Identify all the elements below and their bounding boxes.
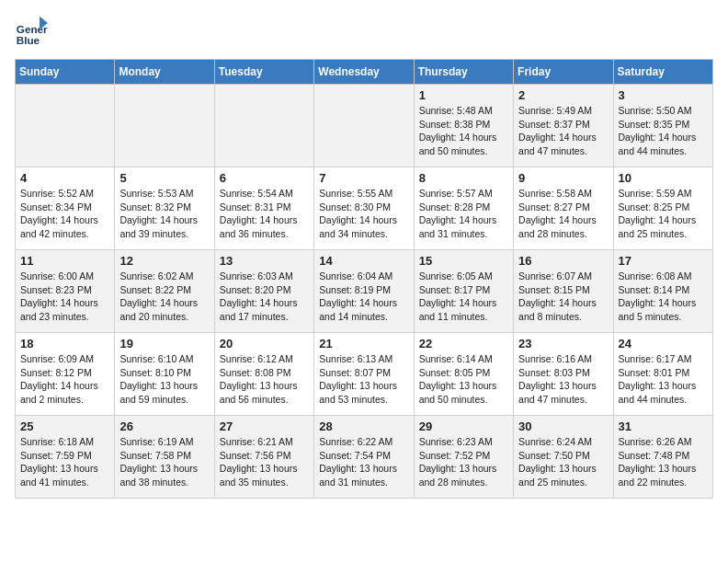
week-row-0: 1Sunrise: 5:48 AMSunset: 8:38 PMDaylight… [16,85,713,167]
cell-info: Sunrise: 6:18 AMSunset: 7:59 PMDaylight:… [20,435,109,489]
calendar-cell: 7Sunrise: 5:55 AMSunset: 8:30 PMDaylight… [314,167,414,250]
day-number: 19 [119,337,209,350]
cell-info: Sunrise: 6:04 AMSunset: 8:19 PMDaylight:… [319,270,408,324]
day-number: 4 [20,171,109,185]
day-header-monday: Monday [115,60,214,85]
calendar-cell: 1Sunrise: 5:48 AMSunset: 8:38 PMDaylight… [414,85,513,167]
cell-info: Sunrise: 6:02 AMSunset: 8:22 PMDaylight:… [119,270,209,324]
week-row-3: 18Sunrise: 6:09 AMSunset: 8:12 PMDayligh… [16,333,713,416]
day-number: 6 [220,171,309,185]
cell-info: Sunrise: 6:10 AMSunset: 8:10 PMDaylight:… [119,352,209,407]
cell-info: Sunrise: 5:57 AMSunset: 8:28 PMDaylight:… [419,187,508,241]
calendar-cell: 5Sunrise: 5:53 AMSunset: 8:32 PMDaylight… [115,167,214,250]
day-number: 18 [20,337,109,350]
calendar-cell [314,85,414,167]
calendar-cell: 31Sunrise: 6:26 AMSunset: 7:48 PMDayligh… [613,416,712,499]
day-header-friday: Friday [514,60,613,85]
cell-info: Sunrise: 5:50 AMSunset: 8:35 PMDaylight:… [619,104,708,158]
calendar-cell: 27Sunrise: 6:21 AMSunset: 7:56 PMDayligh… [214,416,313,499]
week-row-1: 4Sunrise: 5:52 AMSunset: 8:34 PMDaylight… [16,167,713,250]
logo-icon: General Blue [15,15,48,48]
cell-info: Sunrise: 6:19 AMSunset: 7:58 PMDaylight:… [119,435,209,489]
cell-info: Sunrise: 6:23 AMSunset: 7:52 PMDaylight:… [419,435,508,489]
day-number: 22 [419,337,508,350]
cell-info: Sunrise: 6:07 AMSunset: 8:15 PMDaylight:… [518,270,608,324]
cell-info: Sunrise: 6:26 AMSunset: 7:48 PMDaylight:… [619,435,708,489]
calendar-cell: 23Sunrise: 6:16 AMSunset: 8:03 PMDayligh… [514,333,613,416]
week-row-2: 11Sunrise: 6:00 AMSunset: 8:23 PMDayligh… [16,250,713,333]
calendar-cell: 6Sunrise: 5:54 AMSunset: 8:31 PMDaylight… [214,167,313,250]
day-number: 13 [220,254,309,268]
svg-text:Blue: Blue [17,34,40,46]
day-number: 16 [518,254,608,268]
cell-info: Sunrise: 5:54 AMSunset: 8:31 PMDaylight:… [220,187,309,241]
calendar-cell: 17Sunrise: 6:08 AMSunset: 8:14 PMDayligh… [613,250,712,333]
day-number: 23 [518,337,608,350]
cell-info: Sunrise: 5:55 AMSunset: 8:30 PMDaylight:… [319,187,408,241]
calendar-cell: 12Sunrise: 6:02 AMSunset: 8:22 PMDayligh… [115,250,214,333]
day-number: 26 [119,419,209,433]
day-number: 14 [319,254,408,268]
day-number: 28 [319,419,408,433]
calendar-cell: 8Sunrise: 5:57 AMSunset: 8:28 PMDaylight… [414,167,513,250]
day-number: 25 [20,419,109,433]
cell-info: Sunrise: 6:16 AMSunset: 8:03 PMDaylight:… [518,352,608,407]
day-number: 27 [220,419,309,433]
cell-info: Sunrise: 6:12 AMSunset: 8:08 PMDaylight:… [220,352,309,407]
calendar-cell: 19Sunrise: 6:10 AMSunset: 8:10 PMDayligh… [115,333,214,416]
day-header-saturday: Saturday [613,60,712,85]
week-row-4: 25Sunrise: 6:18 AMSunset: 7:59 PMDayligh… [16,416,713,499]
calendar-cell: 11Sunrise: 6:00 AMSunset: 8:23 PMDayligh… [16,250,115,333]
day-number: 3 [619,88,708,102]
day-number: 10 [619,171,708,185]
calendar-cell: 13Sunrise: 6:03 AMSunset: 8:20 PMDayligh… [214,250,313,333]
cell-info: Sunrise: 6:09 AMSunset: 8:12 PMDaylight:… [20,352,109,407]
calendar-header-row: SundayMondayTuesdayWednesdayThursdayFrid… [16,60,713,85]
cell-info: Sunrise: 6:17 AMSunset: 8:01 PMDaylight:… [619,352,708,407]
day-number: 24 [619,337,708,350]
day-header-thursday: Thursday [414,60,513,85]
cell-info: Sunrise: 6:21 AMSunset: 7:56 PMDaylight:… [220,435,309,489]
day-number: 29 [419,419,508,433]
calendar-cell: 18Sunrise: 6:09 AMSunset: 8:12 PMDayligh… [16,333,115,416]
calendar-table: SundayMondayTuesdayWednesdayThursdayFrid… [15,59,713,499]
calendar-cell: 30Sunrise: 6:24 AMSunset: 7:50 PMDayligh… [514,416,613,499]
calendar-cell: 4Sunrise: 5:52 AMSunset: 8:34 PMDaylight… [16,167,115,250]
cell-info: Sunrise: 6:00 AMSunset: 8:23 PMDaylight:… [20,270,109,324]
calendar-cell [115,85,214,167]
cell-info: Sunrise: 6:05 AMSunset: 8:17 PMDaylight:… [419,270,508,324]
calendar-cell [214,85,313,167]
cell-info: Sunrise: 5:53 AMSunset: 8:32 PMDaylight:… [119,187,209,241]
calendar-cell: 26Sunrise: 6:19 AMSunset: 7:58 PMDayligh… [115,416,214,499]
day-number: 31 [619,419,708,433]
day-header-wednesday: Wednesday [314,60,414,85]
cell-info: Sunrise: 6:13 AMSunset: 8:07 PMDaylight:… [319,352,408,407]
day-number: 15 [419,254,508,268]
calendar-cell: 10Sunrise: 5:59 AMSunset: 8:25 PMDayligh… [613,167,712,250]
cell-info: Sunrise: 6:24 AMSunset: 7:50 PMDaylight:… [518,435,608,489]
day-number: 9 [518,171,608,185]
day-header-tuesday: Tuesday [214,60,313,85]
calendar-cell: 24Sunrise: 6:17 AMSunset: 8:01 PMDayligh… [613,333,712,416]
day-number: 8 [419,171,508,185]
calendar-cell: 9Sunrise: 5:58 AMSunset: 8:27 PMDaylight… [514,167,613,250]
calendar-cell: 28Sunrise: 6:22 AMSunset: 7:54 PMDayligh… [314,416,414,499]
calendar-cell: 3Sunrise: 5:50 AMSunset: 8:35 PMDaylight… [613,85,712,167]
calendar-cell: 25Sunrise: 6:18 AMSunset: 7:59 PMDayligh… [16,416,115,499]
header: General Blue [15,15,713,48]
calendar-cell: 15Sunrise: 6:05 AMSunset: 8:17 PMDayligh… [414,250,513,333]
calendar-cell: 16Sunrise: 6:07 AMSunset: 8:15 PMDayligh… [514,250,613,333]
cell-info: Sunrise: 5:58 AMSunset: 8:27 PMDaylight:… [518,187,608,241]
calendar-cell [16,85,115,167]
calendar-cell: 29Sunrise: 6:23 AMSunset: 7:52 PMDayligh… [414,416,513,499]
cell-info: Sunrise: 5:48 AMSunset: 8:38 PMDaylight:… [419,104,508,158]
cell-info: Sunrise: 5:59 AMSunset: 8:25 PMDaylight:… [619,187,708,241]
day-number: 21 [319,337,408,350]
logo: General Blue [15,15,51,48]
day-number: 2 [518,88,608,102]
day-number: 20 [220,337,309,350]
day-number: 1 [419,88,508,102]
calendar-cell: 2Sunrise: 5:49 AMSunset: 8:37 PMDaylight… [514,85,613,167]
day-number: 17 [619,254,708,268]
calendar-cell: 14Sunrise: 6:04 AMSunset: 8:19 PMDayligh… [314,250,414,333]
